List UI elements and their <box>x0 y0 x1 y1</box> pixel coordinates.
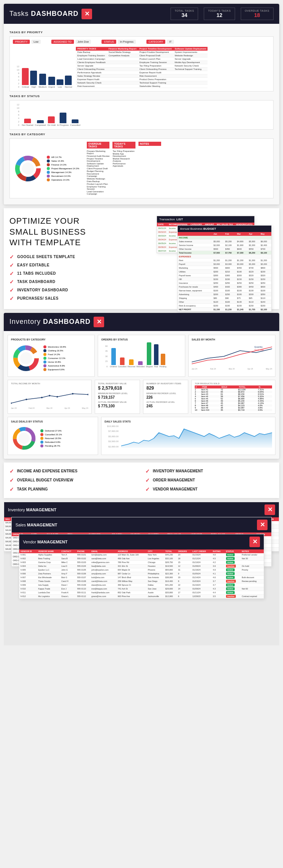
svg-point-7 <box>22 162 34 175</box>
total-income-card: TOTAL INCOME BY MONTH Jan 24F <box>8 380 92 414</box>
overdue-task-7: Recruitment Campaign <box>87 173 109 177</box>
priority-filter[interactable]: PRIORITY <box>13 40 30 44</box>
category-legend: HR 14.7% Sales 14.3% Finance 14.3% Proje… <box>47 156 79 181</box>
status-y-axis: 121086420 <box>13 104 20 126</box>
overdue-task-2: Financial Audit Review <box>87 155 109 157</box>
overdue-task-3: Project Timeline Development <box>87 158 109 162</box>
promo-headline: OPTIMIZE YOUR SMALL BUSINESS WITH TEMPLA… <box>9 216 151 248</box>
transaction-list-header: Transaction LIST <box>157 216 254 223</box>
orders-by-status-card: ORDERS BY STATUS 604530150 Ordered Cance… <box>98 335 185 377</box>
legend-pm: Project Management 14.3% <box>47 167 79 170</box>
legend-pending: Pending 28.7% <box>40 444 62 447</box>
th-vendor-name: VENDOR NAME <box>37 549 60 553</box>
daily-sales-card: DAILY SALES STATS $10,000.00 $7,000.00 $… <box>101 417 275 455</box>
overdue-task-4: Software Update Deployment <box>87 162 109 167</box>
table-row: V-005Epsilon LLCJohn E555-0105john@epsil… <box>19 568 264 572</box>
inventory-title: Inventory DASHBOARD <box>9 318 91 326</box>
today-task-3: Market Research Analysis <box>112 158 135 162</box>
check-icon-vendor: ✓ <box>145 486 150 492</box>
status-bar-chart: Not Started Completed On Hold In Progres… <box>22 104 80 126</box>
th-orders: ORDERS <box>177 549 191 553</box>
check-icon-6: ✓ <box>9 296 14 302</box>
legend-sales: Sales 14.3% <box>47 159 79 162</box>
feature-tabs: ✓ 11 TABS INCLUDED <box>9 271 151 277</box>
table-row: Narrow lease, equipment$100$100$100$100$… <box>178 289 271 292</box>
table-row: EXPENSES <box>178 255 271 258</box>
th-vendor-id: VENDOR ID <box>19 549 37 553</box>
bar-high: High <box>30 71 37 88</box>
stats-row: TOTAL INCOME BY MONTH Jan 24F <box>8 380 275 414</box>
income-line-chart <box>11 386 88 405</box>
overdue-task-10: Product Launch Plan <box>87 183 109 185</box>
table-row: V-003Gamma CorpMike C555-0103mike@gamma.… <box>19 560 264 564</box>
th-email: EMAIL <box>90 549 117 553</box>
th-address: ADDRESS <box>117 549 147 553</box>
legend-recruitment: Recruitment 14.3% <box>47 175 79 178</box>
legend-returned: Returned 18.5% <box>40 437 62 440</box>
priority-section-title: TASKS BY PRIORITY <box>9 31 274 34</box>
overdue-task-9: Data Backup <box>87 180 109 183</box>
legend-delivered: Delivered 27.9% <box>40 429 62 432</box>
th-city: CITY <box>147 549 165 553</box>
category-filter[interactable]: CATEGORY <box>146 40 166 44</box>
check-icon-income: ✓ <box>9 468 14 474</box>
promo-left: OPTIMIZE YOUR SMALL BUSINESS WITH TEMPLA… <box>9 216 151 302</box>
inventory-dashboard-section: Inventory DASHBOARD ✕ PRODUCTS BY CATEGO… <box>4 313 279 459</box>
feature-vendor-mgmt: ✓ VENDOR MANAGEMENT <box>145 486 274 492</box>
legend-finance: Finance 14.3% <box>47 163 79 166</box>
check-icon-2: ✓ <box>9 262 14 268</box>
table-row: Payroll taxes$300$300$300$320$320 <box>178 274 271 277</box>
legend-management: Management 14.3% <box>47 171 79 174</box>
svg-point-24 <box>88 394 88 395</box>
th-rating: RATING <box>212 549 225 553</box>
overdue-task-12: Lead Generation Campaign <box>87 190 109 195</box>
vendor-management-table: Vendor MANAGEMENT ✕ VENDOR ID VENDOR NAM… <box>19 534 264 599</box>
feature-google-sheets: ✓ GOOGLE SHEETS TEMPLATE <box>9 254 151 260</box>
feature-easy-editable: ✓ EASY EDITABLE <box>9 262 151 268</box>
table-row: Total Income$7,500$7,750$7,300$8,250$9,1… <box>178 251 271 255</box>
th-contact: CONTACT <box>60 549 76 553</box>
bar-refunded: Refunded <box>137 361 145 368</box>
sales-line-chart: Quantity Total cost <box>192 343 272 366</box>
deals-donut-chart <box>11 425 37 452</box>
today-task-1: Tax Filing Preparation <box>112 150 135 152</box>
th-phone: PHONE <box>76 549 91 553</box>
table-row: V-010Kappa TradeEve J555-0110eve@kappa.c… <box>19 587 264 591</box>
table-row: V-008Theta GoodsCarol H555-0108carol@the… <box>19 579 264 583</box>
th-status: STATUS <box>225 549 241 553</box>
bar-normal: Normal <box>65 76 72 88</box>
th-total: TOTAL <box>164 549 177 553</box>
promo-features-list: ✓ GOOGLE SHEETS TEMPLATE ✓ EASY EDITABLE… <box>9 254 151 302</box>
net-profit-row: NET PROFIT$1,150$1,230$1,245$1,755$2,100 <box>178 308 271 311</box>
svg-point-15 <box>20 352 32 364</box>
inventory-header: Inventory DASHBOARD ✕ <box>4 313 279 331</box>
legend-electronics: Electronics 19.8% <box>43 345 66 348</box>
inv-top-row: PRODUCTS BY CATEGORY Electronics 19.8% <box>8 335 275 377</box>
svg-point-23 <box>72 393 74 395</box>
svg-point-18 <box>11 402 12 404</box>
inventory-mgmt-header: Inventory MANAGEMENT ✕ <box>4 502 279 517</box>
table-row: INCOME <box>178 236 271 240</box>
bar-cancelled: Cancelled <box>118 357 126 368</box>
products-by-category-card: PRODUCTS BY CATEGORY Electronics 19.8% <box>8 335 95 377</box>
table-row: V-002Beta TradingSara B555-0102sara@beta… <box>19 557 264 560</box>
svg-text:Total cost: Total cost <box>254 349 264 351</box>
features-col-1: ✓ INCOME AND EXPENSE ENTRIES ✓ OVERALL B… <box>9 468 138 492</box>
status-filter[interactable]: STATUS <box>102 40 116 44</box>
feature-order-mgmt: ✓ ORDER MANAGEMENT <box>145 477 274 483</box>
priority-chart-area: PRIORITY Low ASSIGNED TO John Doe STATUS… <box>9 36 274 91</box>
feature-inventory: ✓ INVENTORY DASHBOARD <box>9 287 151 293</box>
table-row: Service Income$2,000$2,100$1,900$2,200$2… <box>178 243 271 247</box>
today-task-4: Performance Appraisals <box>112 162 135 167</box>
promo-right: Transaction LIST DATE INCOME/EXPENSE CAT… <box>157 216 274 299</box>
dashboard-header: Tasks DASHBOARD ✕ TOTAL TASKS 34 TODAY'S… <box>4 4 279 24</box>
products-donut-chart <box>11 343 41 373</box>
assigned-filter[interactable]: ASSIGNED TO <box>51 40 74 44</box>
sales-mgmt-x-icon: ✕ <box>257 520 268 530</box>
header-stats: TOTAL TASKS 34 TODAY'S TASKS 12 OVERDUE … <box>171 8 274 20</box>
table-row: HR$150$150$150$150$150 <box>178 277 271 281</box>
total-inventory-value-card: TOTAL INVENTORY VALUE $ 2,579,618 MINIMU… <box>95 380 140 414</box>
overdue-task-8: Website Redesign <box>87 178 109 180</box>
bar-paid: Paid <box>154 344 158 368</box>
check-icon-3: ✓ <box>9 271 14 277</box>
